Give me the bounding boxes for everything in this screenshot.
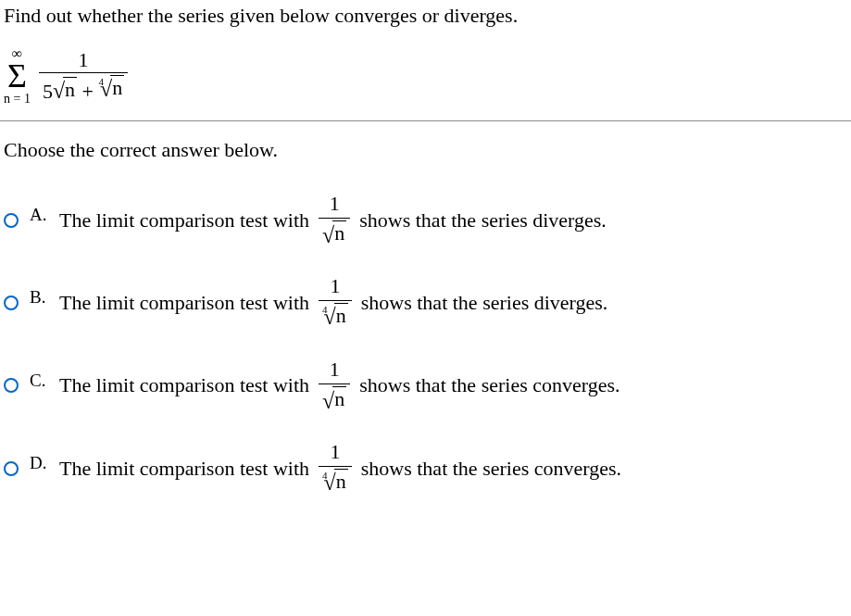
radio-b[interactable] [4, 295, 19, 310]
option-c-label: C. [30, 358, 52, 391]
option-b[interactable]: B. The limit comparison test with 1 4√n … [0, 261, 851, 345]
option-a[interactable]: A. The limit comparison test with 1 √n s… [0, 179, 851, 260]
option-d-label: D. [30, 440, 52, 473]
option-c-text: The limit comparison test with 1 √n show… [59, 358, 620, 413]
radio-c[interactable] [4, 378, 19, 393]
choose-prompt: Choose the correct answer below. [0, 121, 851, 179]
question-prompt: Find out whether the series given below … [0, 0, 851, 35]
option-c[interactable]: C. The limit comparison test with 1 √n s… [0, 345, 851, 426]
option-d[interactable]: D. The limit comparison test with 1 4√n … [0, 427, 851, 510]
radio-d[interactable] [4, 461, 19, 476]
option-a-text: The limit comparison test with 1 √n show… [59, 192, 607, 247]
option-b-text: The limit comparison test with 1 4√n sho… [59, 274, 607, 332]
radio-a[interactable] [4, 213, 19, 228]
option-b-label: B. [30, 274, 52, 308]
series-fraction: 1 5√n + 4√n [39, 48, 128, 104]
option-d-text: The limit comparison test with 1 4√n sho… [59, 440, 621, 497]
series-formula: ∞ Σ n = 1 1 5√n + 4√n [0, 35, 851, 120]
option-a-label: A. [30, 192, 52, 225]
summation-symbol: ∞ Σ n = 1 [4, 46, 31, 106]
